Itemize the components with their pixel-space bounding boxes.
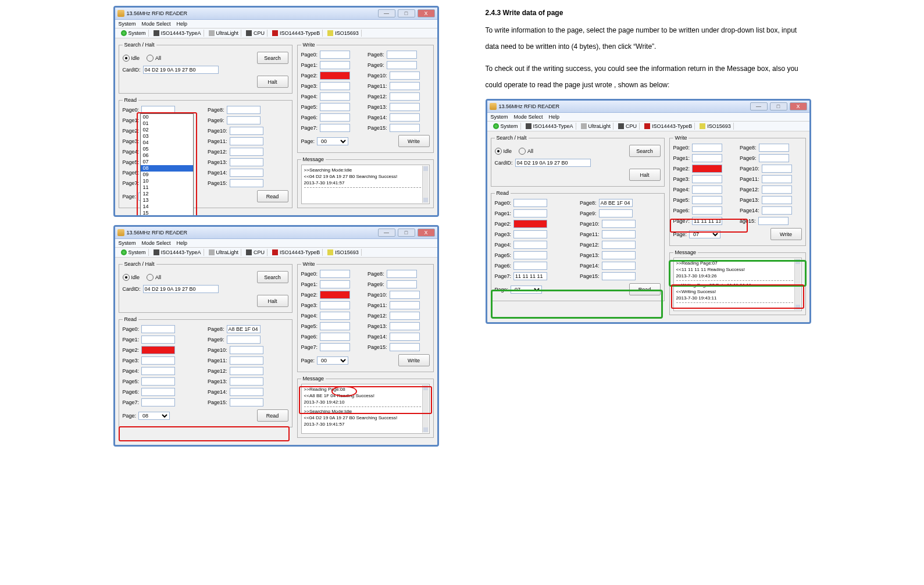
read-button[interactable]: Read (257, 409, 288, 422)
dropdown-opt[interactable]: 01 (141, 120, 193, 127)
dropdown-opt-selected[interactable]: 08 (141, 165, 193, 172)
maximize-button[interactable]: □ (398, 229, 415, 237)
tab-iso15693[interactable]: ISO15693 (325, 30, 362, 37)
read-page10[interactable] (230, 346, 263, 354)
tab-iso14443b[interactable]: ISO14443-TypeB (270, 249, 323, 256)
cardid-input[interactable] (515, 159, 591, 167)
read-page14[interactable] (230, 388, 263, 396)
menu-mode-select[interactable]: Mode Select (514, 114, 543, 120)
write-button[interactable]: Write (398, 354, 430, 366)
tab-iso15693[interactable]: ISO15693 (325, 249, 362, 256)
write-page13[interactable] (390, 103, 420, 111)
write-page0[interactable] (320, 51, 350, 59)
read-page12[interactable] (230, 367, 263, 375)
write-button[interactable]: Write (398, 135, 430, 147)
read-page13[interactable] (230, 377, 263, 386)
read-page8[interactable] (227, 325, 261, 333)
write-page12[interactable] (390, 92, 420, 101)
dropdown-opt[interactable]: 00 (141, 114, 193, 120)
write-page3[interactable] (320, 82, 350, 90)
tab-cpu[interactable]: CPU (244, 30, 267, 37)
read-page0[interactable] (141, 106, 175, 114)
read-page8[interactable] (227, 106, 261, 114)
menu-mode-select[interactable]: Mode Select (142, 240, 171, 246)
dropdown-opt[interactable]: 05 (141, 146, 193, 152)
all-radio[interactable]: All (147, 55, 161, 62)
read-page14[interactable] (230, 169, 263, 177)
menu-system[interactable]: System (119, 21, 136, 27)
dropdown-opt[interactable]: 12 (141, 191, 193, 197)
write-page-select[interactable]: 00 (317, 356, 348, 365)
halt-button[interactable]: Halt (257, 295, 288, 307)
read-page3[interactable] (141, 356, 175, 365)
dropdown-opt[interactable]: 13 (141, 197, 193, 204)
read-page11[interactable] (230, 356, 263, 365)
maximize-button[interactable]: □ (770, 102, 787, 110)
idle-radio[interactable]: Idle (123, 274, 140, 281)
cardid-input[interactable] (143, 285, 219, 293)
dropdown-opt[interactable]: 02 (141, 127, 193, 133)
cardid-input[interactable] (143, 66, 219, 74)
read-page15[interactable] (230, 179, 263, 187)
read-page-select[interactable]: 08 (138, 412, 170, 420)
search-button[interactable]: Search (257, 52, 288, 64)
tab-system[interactable]: System (119, 30, 149, 37)
write-page10[interactable] (390, 72, 420, 80)
write-page5[interactable] (320, 103, 350, 111)
idle-radio[interactable]: Idle (123, 55, 140, 62)
minimize-button[interactable]: — (378, 229, 395, 237)
read-page2[interactable] (141, 346, 175, 354)
write-page-select[interactable]: 00 (317, 137, 348, 145)
read-page4[interactable] (141, 367, 175, 375)
read-page1[interactable] (141, 336, 175, 344)
write-page4[interactable] (320, 92, 350, 101)
all-radio[interactable]: All (519, 148, 533, 155)
write-button[interactable]: Write (770, 228, 802, 240)
close-button[interactable]: X (790, 102, 807, 110)
read-page10[interactable] (230, 127, 263, 135)
read-page8[interactable] (599, 199, 633, 207)
dropdown-opt[interactable]: 07 (141, 159, 193, 165)
tab-system[interactable]: System (119, 249, 149, 256)
write-page2[interactable] (320, 72, 350, 80)
read-page7[interactable] (513, 272, 547, 280)
dropdown-opt[interactable]: 11 (141, 184, 193, 191)
tab-iso14443a[interactable]: ISO14443-TypeA (151, 30, 204, 37)
tab-iso15693[interactable]: ISO15693 (697, 123, 734, 130)
halt-button[interactable]: Halt (257, 76, 288, 88)
tab-iso14443a[interactable]: ISO14443-TypeA (151, 249, 204, 256)
tab-iso14443b[interactable]: ISO14443-TypeB (270, 30, 323, 37)
read-button[interactable]: Read (629, 283, 661, 295)
dropdown-opt[interactable]: 04 (141, 140, 193, 146)
read-page11[interactable] (230, 137, 263, 145)
menu-help[interactable]: Help (177, 240, 188, 246)
read-page9[interactable] (227, 336, 261, 344)
dropdown-opt[interactable]: 14 (141, 204, 193, 210)
message-scrollbar[interactable] (422, 166, 429, 203)
write-page9[interactable] (387, 61, 417, 69)
read-page0[interactable] (141, 325, 175, 333)
write-page-select[interactable]: 07 (689, 230, 720, 238)
tab-cpu[interactable]: CPU (616, 123, 640, 130)
minimize-button[interactable]: — (750, 102, 768, 110)
tab-iso14443a[interactable]: ISO14443-TypeA (523, 123, 576, 130)
read-page7[interactable] (141, 398, 175, 406)
menu-system[interactable]: System (119, 240, 136, 246)
write-page1[interactable] (320, 61, 350, 69)
menu-help[interactable]: Help (549, 114, 560, 120)
read-page-select[interactable]: 07 (511, 286, 542, 294)
search-button[interactable]: Search (629, 145, 661, 157)
page-dropdown-open[interactable]: 00 01 02 03 04 05 06 07 08 09 10 11 12 1… (140, 113, 194, 217)
close-button[interactable]: X (418, 9, 435, 17)
all-radio[interactable]: All (147, 274, 161, 281)
read-page12[interactable] (230, 148, 263, 156)
read-page13[interactable] (230, 158, 263, 166)
tab-system[interactable]: System (491, 123, 521, 130)
write-page14[interactable] (390, 113, 420, 122)
tab-ultralight[interactable]: UltraLight (206, 30, 242, 37)
tab-ultralight[interactable]: UltraLight (206, 249, 242, 256)
message-scrollbar[interactable] (422, 385, 429, 433)
tab-iso14443b[interactable]: ISO14443-TypeB (642, 123, 695, 130)
write-page7[interactable] (320, 124, 350, 132)
dropdown-opt[interactable]: 03 (141, 133, 193, 140)
